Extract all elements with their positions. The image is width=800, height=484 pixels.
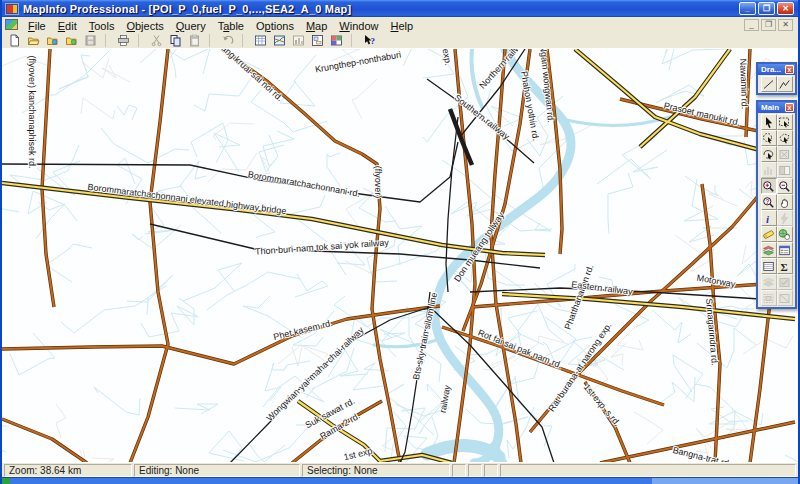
map-label: Bang kruai-sai noi rd. — [215, 48, 285, 103]
app-icon — [5, 3, 19, 15]
new-mapper-button[interactable] — [270, 32, 289, 49]
map-label: 1st exp — [343, 446, 374, 462]
menu-help[interactable]: Help — [385, 20, 420, 32]
menu-objects[interactable]: Objects — [120, 20, 169, 32]
status-pane-4 — [500, 464, 796, 477]
new-layout-button[interactable] — [308, 32, 327, 49]
mapinfo-window: MapInfo Professional - [POI_P_0,fuel_P_0… — [0, 0, 800, 484]
mdi-close-button[interactable]: ✕ — [778, 19, 793, 31]
open-workspace-button[interactable] — [43, 32, 62, 49]
toolbar-separator — [105, 34, 113, 47]
map-label: Southern railway — [453, 92, 512, 141]
invert-selection-tool-button[interactable] — [777, 162, 793, 178]
copy-button[interactable] — [166, 32, 185, 49]
svg-text:i: i — [766, 212, 770, 224]
map-label: (flyover) — [373, 166, 383, 199]
new-browser-button[interactable] — [251, 32, 270, 49]
main-palette-titlebar[interactable]: Main x — [758, 102, 795, 113]
assign-selected-tool-button[interactable] — [777, 274, 793, 290]
help-pointer-button[interactable]: ? — [360, 32, 379, 49]
main-palette-close-icon[interactable]: x — [785, 103, 794, 112]
drawing-toolbar-palette[interactable]: Dra... x — [756, 62, 797, 95]
new-grapher-button[interactable] — [289, 32, 308, 49]
change-view-tool-button[interactable]: ? — [761, 194, 777, 210]
svg-text:?: ? — [766, 197, 770, 204]
info-tool-button[interactable]: i — [761, 210, 777, 226]
hotlink-tool-button[interactable] — [777, 210, 793, 226]
menu-window[interactable]: Window — [333, 20, 384, 32]
save-table-button[interactable] — [81, 32, 100, 49]
status-pane-3 — [484, 464, 498, 477]
grabber-tool-button[interactable] — [777, 194, 793, 210]
menu-map[interactable]: Map — [300, 20, 333, 32]
map-label: Rot fai sai pak nam rd. — [476, 327, 563, 370]
set-target-district-tool-button[interactable] — [761, 274, 777, 290]
set-clip-region-tool-button[interactable] — [761, 290, 777, 306]
menu-table[interactable]: Table — [212, 20, 250, 32]
status-selecting[interactable]: Selecting: None — [302, 464, 450, 477]
zoom-in-tool-button[interactable] — [761, 178, 777, 194]
map-label: Borommaratchachonnani elevated highway b… — [87, 182, 287, 216]
label-tool-button[interactable] — [761, 226, 777, 242]
drawing-palette-titlebar[interactable]: Dra... x — [758, 64, 795, 75]
new-table-button[interactable] — [5, 32, 24, 49]
polyline-tool-button[interactable] — [777, 76, 793, 92]
menu-tools[interactable]: Tools — [83, 20, 121, 32]
line-tool-button[interactable] — [761, 76, 777, 92]
select-tool-button[interactable] — [761, 114, 777, 130]
map-label: Phet kasem rd. — [272, 318, 333, 342]
paste-button[interactable] — [185, 32, 204, 49]
status-zoom[interactable]: Zoom: 38.64 km — [4, 464, 132, 477]
clip-region-onoff-tool-button[interactable] — [777, 290, 793, 306]
drag-map-window-tool-button[interactable] — [777, 226, 793, 242]
menu-options[interactable]: Options — [250, 20, 300, 32]
layer-control-tool-button[interactable] — [761, 242, 777, 258]
cut-button[interactable] — [147, 32, 166, 49]
map-labels-layer: (flyover) kanchanaphisek rd.Bang kruai-s… — [2, 49, 798, 463]
status-editing[interactable]: Editing: None — [134, 464, 300, 477]
radius-select-tool-button[interactable] — [761, 130, 777, 146]
boundary-select-tool-button[interactable] — [761, 146, 777, 162]
map-label: Prasoet manukit rd. — [663, 100, 741, 127]
window-title: MapInfo Professional - [POI_P_0,fuel_P_0… — [23, 3, 351, 15]
polygon-select-tool-button[interactable] — [777, 130, 793, 146]
menu-edit[interactable]: Edit — [52, 20, 83, 32]
mdi-restore-button[interactable]: ❐ — [761, 19, 776, 31]
menu-file[interactable]: File — [22, 20, 52, 32]
graph-select-tool-button[interactable] — [761, 162, 777, 178]
status-bar: Zoom: 38.64 km Editing: None Selecting: … — [2, 462, 798, 478]
map-label: Don mueang tollway — [452, 210, 506, 283]
toolbar-separator — [138, 34, 146, 47]
show-statistics-tool-button[interactable]: Σ — [777, 258, 793, 274]
map-label: 1st exp. s rd. — [582, 382, 623, 428]
show-legend-tool-button[interactable] — [777, 242, 793, 258]
close-button[interactable]: ✕ — [777, 2, 794, 15]
menu-query[interactable]: Query — [170, 20, 212, 32]
windows-taskbar-sliver[interactable] — [2, 477, 798, 484]
map-view[interactable]: (flyover) kanchanaphisek rd.Bang kruai-s… — [2, 48, 798, 463]
mdi-minimize-button[interactable]: _ — [744, 19, 759, 31]
title-bar[interactable]: MapInfo Professional - [POI_P_0,fuel_P_0… — [2, 0, 798, 17]
print-button[interactable] — [114, 32, 133, 49]
main-palette-title: Main — [761, 103, 779, 112]
map-label: exp. — [441, 48, 454, 66]
undo-button[interactable] — [218, 32, 237, 49]
new-redistricter-button[interactable] — [327, 32, 346, 49]
marquee-select-tool-button[interactable] — [777, 114, 793, 130]
zoom-out-tool-button[interactable] — [777, 178, 793, 194]
drawing-palette-close-icon[interactable]: x — [785, 65, 794, 74]
minimize-button[interactable]: _ — [739, 2, 756, 15]
save-workspace-button[interactable] — [62, 32, 81, 49]
main-toolbar-palette[interactable]: Main x ?iΣ — [756, 100, 797, 309]
window-list-tool-button[interactable] — [761, 258, 777, 274]
restore-button[interactable]: ❐ — [758, 2, 775, 15]
unselect-all-tool-button[interactable] — [777, 146, 793, 162]
map-label: Motorway — [696, 273, 736, 290]
map-label: Phahon yothin rd. — [519, 70, 541, 141]
map-window-icon[interactable] — [5, 19, 18, 30]
svg-text:?: ? — [371, 35, 376, 45]
map-label: Bangna-trat rd. — [672, 445, 733, 463]
toolbar-separator — [242, 34, 250, 47]
open-table-button[interactable] — [24, 32, 43, 49]
status-pane-1 — [452, 464, 466, 477]
